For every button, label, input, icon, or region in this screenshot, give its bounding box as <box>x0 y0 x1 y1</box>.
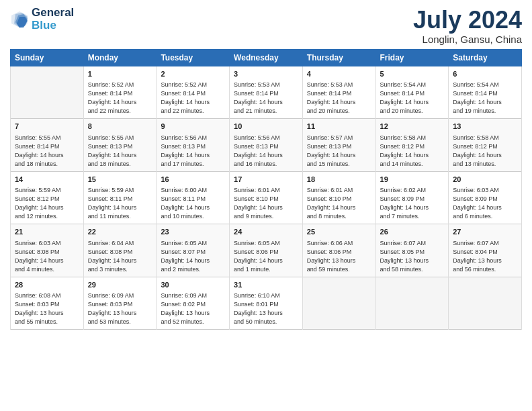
cell-content: Sunrise: 6:03 AM Sunset: 8:08 PM Dayligh… <box>15 239 79 274</box>
calendar-cell: 29Sunrise: 6:09 AM Sunset: 8:03 PM Dayli… <box>83 277 157 330</box>
calendar-cell: 1Sunrise: 5:52 AM Sunset: 8:14 PM Daylig… <box>83 66 157 119</box>
cell-content: Sunrise: 6:06 AM Sunset: 8:06 PM Dayligh… <box>307 239 371 274</box>
day-number: 9 <box>161 122 225 132</box>
cell-content: Sunrise: 5:55 AM Sunset: 8:13 PM Dayligh… <box>88 134 152 169</box>
calendar-cell: 22Sunrise: 6:04 AM Sunset: 8:08 PM Dayli… <box>83 224 157 277</box>
cell-content: Sunrise: 5:56 AM Sunset: 8:13 PM Dayligh… <box>234 134 298 169</box>
calendar-cell <box>11 66 84 119</box>
column-header-monday: Monday <box>83 49 157 66</box>
column-header-wednesday: Wednesday <box>230 49 303 66</box>
day-number: 3 <box>234 69 298 79</box>
logo-icon <box>10 10 29 29</box>
day-number: 15 <box>88 175 152 185</box>
day-number: 31 <box>234 280 298 290</box>
calendar-cell: 10Sunrise: 5:56 AM Sunset: 8:13 PM Dayli… <box>230 119 303 172</box>
cell-content: Sunrise: 5:58 AM Sunset: 8:12 PM Dayligh… <box>380 134 445 169</box>
calendar-cell: 20Sunrise: 6:03 AM Sunset: 8:09 PM Dayli… <box>449 171 522 224</box>
day-number: 1 <box>88 69 152 79</box>
cell-content: Sunrise: 5:59 AM Sunset: 8:11 PM Dayligh… <box>88 186 152 221</box>
week-row-3: 14Sunrise: 5:59 AM Sunset: 8:12 PM Dayli… <box>11 171 522 224</box>
cell-content: Sunrise: 5:52 AM Sunset: 8:14 PM Dayligh… <box>161 81 225 116</box>
day-number: 19 <box>380 175 445 185</box>
week-row-2: 7Sunrise: 5:55 AM Sunset: 8:14 PM Daylig… <box>11 119 522 172</box>
column-header-sunday: Sunday <box>11 49 84 66</box>
week-row-5: 28Sunrise: 6:08 AM Sunset: 8:03 PM Dayli… <box>11 277 522 330</box>
calendar-cell <box>375 277 449 330</box>
cell-content: Sunrise: 6:07 AM Sunset: 8:05 PM Dayligh… <box>380 239 445 274</box>
logo: General Blue <box>10 7 74 32</box>
cell-content: Sunrise: 6:05 AM Sunset: 8:06 PM Dayligh… <box>234 239 298 274</box>
column-header-friday: Friday <box>375 49 449 66</box>
cell-content: Sunrise: 5:53 AM Sunset: 8:14 PM Dayligh… <box>307 81 371 116</box>
day-number: 18 <box>307 175 371 185</box>
day-number: 13 <box>453 122 517 132</box>
calendar-cell: 6Sunrise: 5:54 AM Sunset: 8:14 PM Daylig… <box>449 66 522 119</box>
column-header-thursday: Thursday <box>302 49 375 66</box>
cell-content: Sunrise: 6:09 AM Sunset: 8:03 PM Dayligh… <box>88 291 152 326</box>
calendar-cell <box>302 277 375 330</box>
calendar-cell: 12Sunrise: 5:58 AM Sunset: 8:12 PM Dayli… <box>375 119 449 172</box>
cell-content: Sunrise: 6:07 AM Sunset: 8:04 PM Dayligh… <box>453 239 517 274</box>
page: General Blue July 2024 Longlin, Gansu, C… <box>0 0 532 411</box>
calendar-cell: 28Sunrise: 6:08 AM Sunset: 8:03 PM Dayli… <box>11 277 84 330</box>
calendar-cell: 21Sunrise: 6:03 AM Sunset: 8:08 PM Dayli… <box>11 224 84 277</box>
calendar-cell <box>449 277 522 330</box>
logo-text: General Blue <box>32 7 74 32</box>
day-number: 26 <box>380 227 445 237</box>
day-number: 24 <box>234 227 298 237</box>
cell-content: Sunrise: 6:05 AM Sunset: 8:07 PM Dayligh… <box>161 239 225 274</box>
day-number: 27 <box>453 227 517 237</box>
calendar-cell: 11Sunrise: 5:57 AM Sunset: 8:13 PM Dayli… <box>302 119 375 172</box>
day-number: 16 <box>161 175 225 185</box>
calendar-cell: 25Sunrise: 6:06 AM Sunset: 8:06 PM Dayli… <box>302 224 375 277</box>
calendar-cell: 2Sunrise: 5:52 AM Sunset: 8:14 PM Daylig… <box>157 66 230 119</box>
cell-content: Sunrise: 5:55 AM Sunset: 8:14 PM Dayligh… <box>15 134 79 169</box>
day-number: 30 <box>161 280 225 290</box>
day-number: 10 <box>234 122 298 132</box>
cell-content: Sunrise: 6:02 AM Sunset: 8:09 PM Dayligh… <box>380 186 445 221</box>
day-number: 4 <box>307 69 371 79</box>
cell-content: Sunrise: 5:56 AM Sunset: 8:13 PM Dayligh… <box>161 134 225 169</box>
cell-content: Sunrise: 5:53 AM Sunset: 8:14 PM Dayligh… <box>234 81 298 116</box>
calendar-cell: 15Sunrise: 5:59 AM Sunset: 8:11 PM Dayli… <box>83 171 157 224</box>
calendar-cell: 23Sunrise: 6:05 AM Sunset: 8:07 PM Dayli… <box>157 224 230 277</box>
calendar-cell: 31Sunrise: 6:10 AM Sunset: 8:01 PM Dayli… <box>230 277 303 330</box>
day-number: 2 <box>161 69 225 79</box>
calendar-cell: 27Sunrise: 6:07 AM Sunset: 8:04 PM Dayli… <box>449 224 522 277</box>
day-number: 28 <box>15 280 79 290</box>
day-number: 7 <box>15 122 79 132</box>
calendar-cell: 7Sunrise: 5:55 AM Sunset: 8:14 PM Daylig… <box>11 119 84 172</box>
day-number: 20 <box>453 175 517 185</box>
day-number: 29 <box>88 280 152 290</box>
column-header-tuesday: Tuesday <box>157 49 230 66</box>
calendar-table: SundayMondayTuesdayWednesdayThursdayFrid… <box>10 49 522 330</box>
calendar-cell: 16Sunrise: 6:00 AM Sunset: 8:11 PM Dayli… <box>157 171 230 224</box>
day-number: 6 <box>453 69 517 79</box>
calendar-cell: 8Sunrise: 5:55 AM Sunset: 8:13 PM Daylig… <box>83 119 157 172</box>
header-row: SundayMondayTuesdayWednesdayThursdayFrid… <box>11 49 522 66</box>
week-row-1: 1Sunrise: 5:52 AM Sunset: 8:14 PM Daylig… <box>11 66 522 119</box>
calendar-cell: 9Sunrise: 5:56 AM Sunset: 8:13 PM Daylig… <box>157 119 230 172</box>
cell-content: Sunrise: 5:52 AM Sunset: 8:14 PM Dayligh… <box>88 81 152 116</box>
cell-content: Sunrise: 5:54 AM Sunset: 8:14 PM Dayligh… <box>453 81 517 116</box>
calendar-cell: 4Sunrise: 5:53 AM Sunset: 8:14 PM Daylig… <box>302 66 375 119</box>
main-title: July 2024 <box>413 7 522 34</box>
column-header-saturday: Saturday <box>449 49 522 66</box>
header: General Blue July 2024 Longlin, Gansu, C… <box>10 7 522 45</box>
cell-content: Sunrise: 5:58 AM Sunset: 8:12 PM Dayligh… <box>453 134 517 169</box>
cell-content: Sunrise: 6:03 AM Sunset: 8:09 PM Dayligh… <box>453 186 517 221</box>
calendar-cell: 30Sunrise: 6:09 AM Sunset: 8:02 PM Dayli… <box>157 277 230 330</box>
calendar-cell: 3Sunrise: 5:53 AM Sunset: 8:14 PM Daylig… <box>230 66 303 119</box>
cell-content: Sunrise: 6:09 AM Sunset: 8:02 PM Dayligh… <box>161 291 225 326</box>
day-number: 5 <box>380 69 445 79</box>
day-number: 14 <box>15 175 79 185</box>
cell-content: Sunrise: 5:59 AM Sunset: 8:12 PM Dayligh… <box>15 186 79 221</box>
cell-content: Sunrise: 6:08 AM Sunset: 8:03 PM Dayligh… <box>15 291 79 326</box>
calendar-cell: 17Sunrise: 6:01 AM Sunset: 8:10 PM Dayli… <box>230 171 303 224</box>
day-number: 23 <box>161 227 225 237</box>
calendar-cell: 18Sunrise: 6:01 AM Sunset: 8:10 PM Dayli… <box>302 171 375 224</box>
cell-content: Sunrise: 6:00 AM Sunset: 8:11 PM Dayligh… <box>161 186 225 221</box>
day-number: 17 <box>234 175 298 185</box>
calendar-cell: 26Sunrise: 6:07 AM Sunset: 8:05 PM Dayli… <box>375 224 449 277</box>
cell-content: Sunrise: 6:10 AM Sunset: 8:01 PM Dayligh… <box>234 291 298 326</box>
